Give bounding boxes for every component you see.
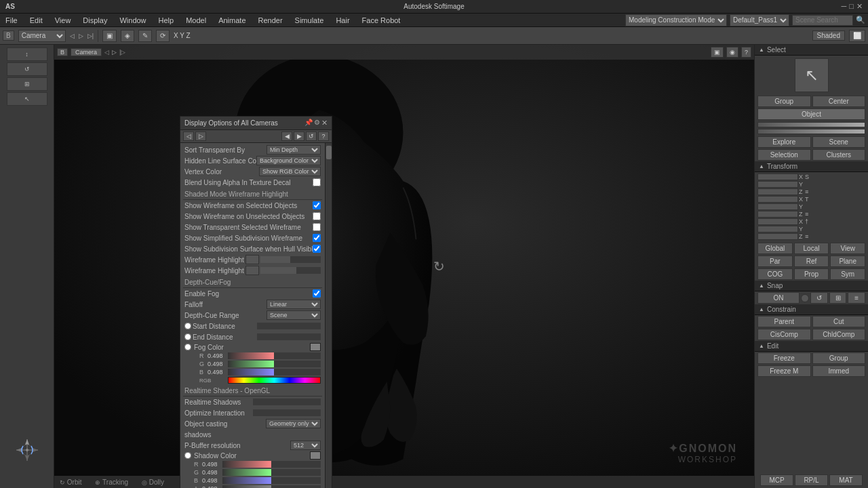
prop-btn[interactable]: Prop	[794, 268, 829, 280]
menu-hair[interactable]: Hair	[333, 16, 352, 24]
sym-btn[interactable]: Sym	[830, 268, 865, 280]
fog-color-swatch[interactable]	[310, 343, 321, 351]
dialog-tb-help[interactable]: ?	[318, 131, 329, 141]
object-casting-dropdown[interactable]: Geometry only	[266, 419, 321, 428]
viewport-render-btn[interactable]: ▣	[711, 47, 724, 58]
menu-help[interactable]: Help	[156, 16, 177, 24]
cog-btn[interactable]: COG	[757, 268, 793, 280]
wireframe-selected-checkbox[interactable]	[313, 201, 321, 209]
camera-dropdown[interactable]: Camera	[18, 30, 66, 42]
viewport-cam-btn[interactable]: ◉	[726, 47, 738, 58]
wireframe-width-input[interactable]: 1	[245, 255, 259, 264]
search-icon[interactable]: 🔍	[856, 16, 865, 24]
viewport[interactable]: ↻ B Camera ◁ ▷ |▷ ▣ ◉ ? ✦GNOMON WORKSHOP…	[54, 45, 754, 488]
snap-btn-4[interactable]: ≡	[848, 292, 865, 304]
object-btn[interactable]: Object	[757, 108, 865, 120]
left-tool-select[interactable]: ↖	[7, 92, 47, 106]
snap-dot1[interactable]	[801, 294, 809, 302]
mat-btn[interactable]: MAT	[829, 474, 863, 486]
menu-face-robot[interactable]: Face Robot	[359, 16, 403, 24]
transform-z3-bar[interactable]	[757, 233, 798, 240]
menu-animate[interactable]: Animate	[216, 16, 248, 24]
dialog-tb-refresh[interactable]: ↺	[306, 131, 317, 141]
menu-file[interactable]: File	[3, 16, 20, 24]
snap-btn-3[interactable]: ⊞	[829, 292, 847, 304]
toolbar-icon-play[interactable]: ▷	[79, 33, 83, 39]
mcp-btn[interactable]: MCP	[760, 474, 793, 486]
shadow-color-radio[interactable]	[184, 452, 191, 459]
dialog-tb-next[interactable]: ▶	[294, 131, 304, 141]
plane-btn[interactable]: Plane	[830, 256, 865, 267]
toolbar-btn-4[interactable]: ⟳	[156, 30, 170, 42]
on-btn[interactable]: ON	[757, 292, 800, 304]
enable-fog-checkbox[interactable]	[313, 289, 321, 298]
left-tool-scale[interactable]: ⊞	[7, 77, 47, 91]
dialog-tb-prev[interactable]: ◀	[281, 131, 292, 141]
menu-view[interactable]: View	[52, 16, 74, 24]
transform-x2-bar[interactable]	[757, 196, 798, 203]
hidden-line-dropdown[interactable]: Background Color	[256, 156, 321, 165]
shadow-color-swatch[interactable]	[310, 451, 321, 460]
menu-simulate[interactable]: Simulate	[292, 16, 327, 24]
menu-render[interactable]: Render	[256, 16, 285, 24]
transparent-wireframe-checkbox[interactable]	[313, 223, 321, 231]
freeze-btn[interactable]: Freeze	[757, 352, 811, 364]
ciscomp-btn[interactable]: CisComp	[757, 329, 811, 340]
menu-display[interactable]: Display	[80, 16, 110, 24]
menu-window[interactable]: Window	[117, 16, 149, 24]
dialog-title-bar[interactable]: Display Options of All Cameras 📌 ⚙ ✕	[180, 117, 332, 130]
immed-btn[interactable]: Immed	[812, 365, 866, 377]
global-btn[interactable]: Global	[757, 243, 793, 254]
left-tool-rotate[interactable]: ↺	[7, 62, 47, 76]
close-btn[interactable]: ✕	[856, 2, 863, 11]
viewport-expand[interactable]: ⬜	[849, 30, 865, 42]
pass-dropdown[interactable]: Default_Pass1	[730, 14, 789, 26]
transform-x3-bar[interactable]	[757, 218, 798, 225]
mode-dropdown[interactable]: Modeling Construction Mode	[625, 14, 727, 26]
group2-btn[interactable]: Group	[812, 352, 866, 364]
depth-range-dropdown[interactable]: Scene	[267, 310, 321, 320]
snap-btn-2[interactable]: ↺	[810, 292, 828, 304]
dialog-scrollbar[interactable]	[325, 143, 332, 488]
transform-x-bar[interactable]	[757, 174, 798, 180]
scene-btn[interactable]: Scene	[812, 136, 866, 148]
maximize-btn[interactable]: □	[849, 2, 854, 11]
transform-y-bar[interactable]	[757, 181, 798, 188]
wireframe-unselected-checkbox[interactable]	[313, 212, 321, 220]
sort-transparent-dropdown[interactable]: Min Depth	[267, 145, 321, 155]
dialog-close-btn[interactable]: ✕	[321, 119, 328, 127]
toolbar-btn-3[interactable]: ✎	[138, 30, 152, 42]
dialog-pin-btn[interactable]: 📌	[304, 119, 313, 127]
transform-y2-bar[interactable]	[757, 203, 798, 210]
transform-y3-bar[interactable]	[757, 226, 798, 232]
cut-btn[interactable]: Cut	[812, 316, 866, 327]
par-btn[interactable]: Par	[757, 256, 793, 267]
vertex-color-dropdown[interactable]: Show RGB Color	[259, 167, 321, 176]
explore-btn[interactable]: Explore	[757, 136, 811, 148]
start-distance-radio[interactable]	[184, 323, 191, 329]
blend-checkbox[interactable]	[313, 178, 321, 186]
transform-z-bar[interactable]	[757, 188, 798, 195]
dialog-settings-btn[interactable]: ⚙	[314, 119, 320, 127]
toolbar-btn-2[interactable]: ◈	[121, 30, 134, 42]
dialog-tb-back[interactable]: ◁	[183, 131, 194, 141]
menu-model[interactable]: Model	[183, 16, 209, 24]
childcomp-btn[interactable]: ChldComp	[812, 329, 866, 340]
selection-btn[interactable]: Selection	[757, 149, 811, 161]
fog-color-radio[interactable]	[184, 344, 191, 350]
simplified-wireframe-checkbox[interactable]	[313, 234, 321, 242]
left-tool-move[interactable]: ↕	[7, 47, 47, 61]
subdivision-surface-checkbox[interactable]	[313, 245, 321, 253]
scene-search[interactable]	[792, 15, 853, 26]
freeze-m-btn[interactable]: Freeze M	[757, 365, 811, 377]
clusters-btn[interactable]: Clusters	[812, 149, 866, 161]
viewport-play-btn[interactable]: ▷	[112, 49, 117, 56]
ref-btn[interactable]: Ref	[794, 256, 829, 267]
local-btn[interactable]: Local	[794, 243, 829, 254]
center-btn[interactable]: Center	[812, 96, 866, 107]
select-cursor-icon[interactable]: ↖	[795, 58, 829, 92]
falloff-dropdown[interactable]: Linear	[267, 300, 321, 309]
toolbar-btn-1[interactable]: ▣	[102, 30, 117, 42]
menu-edit[interactable]: Edit	[27, 16, 45, 24]
rpl-btn[interactable]: RP/L	[795, 474, 828, 486]
